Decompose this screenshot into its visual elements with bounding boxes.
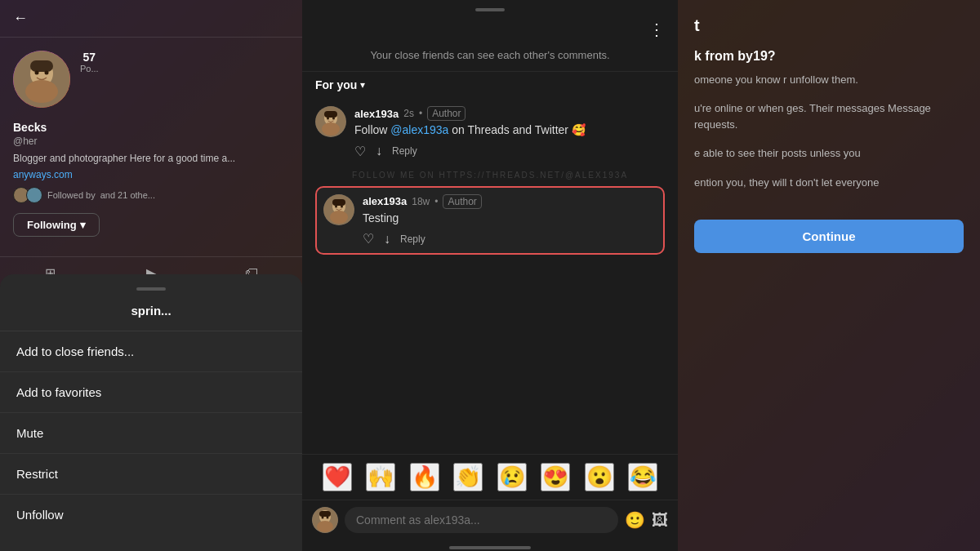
menu-item-mute[interactable]: Mute [0, 413, 302, 454]
svg-point-4 [45, 71, 49, 75]
emoji-surprised[interactable]: 😮 [585, 463, 614, 491]
comment-input-row: 🙂 🖼 [302, 500, 678, 543]
profile-name: Becks [13, 121, 289, 134]
bottom-bar [449, 546, 531, 549]
comment-item-1: alex193a 2s • Author Follow @alex193a on… [315, 98, 665, 167]
reply-button-2[interactable]: Reply [400, 233, 425, 245]
emoji-fire[interactable]: 🔥 [410, 463, 439, 491]
comment-time-1: 2s [403, 108, 414, 119]
svg-point-5 [25, 80, 58, 103]
comment-avatar-1 [315, 106, 346, 137]
profile-bio: Blogger and photographer Here for a good… [13, 152, 289, 166]
svg-point-3 [35, 71, 39, 75]
comment-body-1: alex193a 2s • Author Follow @alex193a on… [354, 106, 665, 159]
comment-username-1: alex193a [354, 108, 399, 120]
like-button-2[interactable]: ♡ [363, 231, 374, 247]
profile-section: 57 Po... [0, 38, 302, 121]
dislike-button-1[interactable]: ↓ [376, 144, 382, 158]
comment-actions-1: ♡ ↓ Reply [354, 144, 665, 159]
panel-drag-handle [475, 8, 505, 11]
comment-input-field[interactable] [345, 507, 618, 533]
menu-username: sprin... [0, 304, 302, 331]
posts-stat: 57 Po... [80, 51, 99, 73]
emoji-hands[interactable]: 🙌 [366, 463, 395, 491]
filter-row: For you ▾ [302, 72, 678, 98]
image-attach-button[interactable]: 🖼 [652, 511, 668, 530]
panel-top-row: ⋮ [302, 16, 678, 46]
profile-avatar [13, 51, 70, 108]
panel-notice: Your close friends can see each other's … [302, 46, 678, 72]
continue-button[interactable]: Continue [694, 220, 964, 253]
comment-avatar-2 [323, 194, 354, 225]
center-panel: ⋮ Your close friends can see each other'… [302, 0, 678, 551]
comment-avatar-image-1 [315, 106, 346, 137]
profile-header: ← [0, 0, 302, 38]
right-section-4-text: ention you, they will t don't let everyo… [694, 175, 964, 191]
right-section-1-heading: k from by19? [694, 48, 964, 65]
following-label: Following [27, 219, 77, 231]
emoji-clap[interactable]: 👏 [453, 463, 483, 491]
menu-item-close-friends[interactable]: Add to close friends... [0, 331, 302, 372]
following-button[interactable]: Following ▾ [13, 213, 100, 237]
like-button-1[interactable]: ♡ [354, 144, 366, 159]
comment-badge-2: Author [443, 194, 481, 209]
dislike-button-2[interactable]: ↓ [384, 232, 390, 247]
comment-dot-2: • [434, 196, 438, 207]
comment-time-2: 18w [412, 196, 430, 207]
comment-actions-2: ♡ ↓ Reply [363, 231, 657, 247]
svg-rect-2 [30, 60, 53, 72]
mini-avatars [13, 187, 42, 203]
svg-point-16 [341, 205, 343, 207]
svg-point-10 [332, 118, 335, 120]
svg-point-17 [330, 211, 348, 224]
comment-input-avatar [312, 507, 338, 533]
followed-text: Followed by [47, 190, 96, 200]
followed-by-section: Followed by and 21 othe... [13, 187, 289, 203]
comment-text-2: Testing [363, 211, 657, 227]
watermark: FOLLOW ME ON HTTPS://THREADS.NET/@ALEX19… [315, 167, 665, 183]
avatar-image [13, 51, 70, 108]
emoji-laughing[interactable]: 😂 [628, 463, 657, 491]
right-panel-title: t [694, 16, 964, 35]
emoji-heart[interactable]: ❤️ [323, 463, 352, 491]
bottom-menu: sprin... Add to close friends... Add to … [0, 274, 302, 551]
emoji-reaction-bar: ❤️ 🙌 🔥 👏 😢 😍 😮 😂 [302, 454, 678, 500]
svg-point-15 [335, 205, 337, 207]
back-icon[interactable]: ← [13, 10, 28, 27]
filter-chevron-icon[interactable]: ▾ [360, 79, 365, 91]
comment-dot-1: • [419, 108, 422, 119]
svg-rect-8 [324, 111, 337, 118]
input-avatar-image [312, 507, 338, 533]
svg-point-11 [322, 122, 340, 136]
right-section-2-text: u're online or when ges. Their messages … [694, 100, 964, 132]
profile-stats: 57 Po... [80, 51, 289, 73]
svg-rect-20 [319, 511, 331, 517]
svg-point-23 [317, 521, 333, 532]
emoji-heart-eyes[interactable]: 😍 [541, 463, 570, 491]
menu-item-favorites[interactable]: Add to favorites [0, 372, 302, 413]
emoji-picker-button[interactable]: 🙂 [625, 510, 645, 530]
profile-link[interactable]: anyways.com [13, 169, 289, 180]
svg-point-22 [327, 517, 329, 519]
mini-avatar-2 [26, 187, 42, 203]
emoji-sad[interactable]: 😢 [497, 463, 527, 491]
more-options-icon[interactable]: ⋮ [648, 20, 665, 39]
menu-item-restrict[interactable]: Restrict [0, 454, 302, 495]
right-section-3-text: e able to see their posts unless you [694, 145, 964, 162]
comment-item-2: alex193a 18w • Author Testing ♡ ↓ Reply [323, 194, 657, 247]
reply-button-1[interactable]: Reply [392, 145, 417, 157]
comment-avatar-image-2 [323, 194, 354, 225]
svg-point-21 [322, 517, 324, 519]
comment-badge-1: Author [427, 106, 466, 121]
posts-label: Po... [80, 64, 99, 73]
right-panel: t k from by19? omeone you know r unfollo… [678, 0, 980, 551]
profile-bio-section: Becks @her Blogger and photographer Here… [0, 121, 302, 247]
comment-mention-1: @alex193a [390, 123, 448, 136]
left-panel: ← 57 Po... Becks @he [0, 0, 302, 551]
right-section-1-text: omeone you know r unfollow them. [694, 72, 964, 88]
comment-header-1: alex193a 2s • Author [354, 106, 665, 121]
comments-list: alex193a 2s • Author Follow @alex193a on… [302, 98, 678, 454]
posts-count: 57 [80, 51, 99, 64]
menu-item-unfollow[interactable]: Unfollow [0, 495, 302, 535]
profile-handle: @her [13, 136, 289, 147]
